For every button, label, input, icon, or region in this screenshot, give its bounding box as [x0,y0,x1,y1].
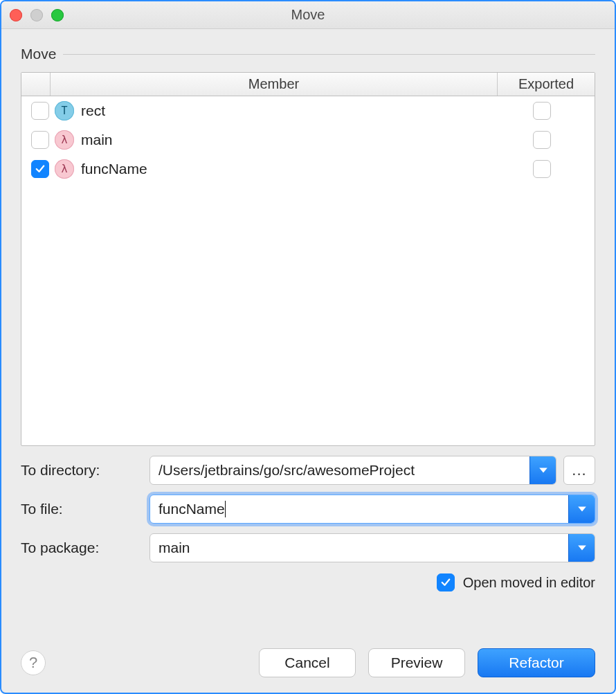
window-title: Move [1,7,615,23]
to-package-row: To package: [21,533,595,562]
chevron-down-icon[interactable] [568,495,595,523]
to-directory-label: To directory: [21,462,143,479]
minimize-icon[interactable] [30,9,43,21]
row-checkbox[interactable] [31,102,49,120]
row-checkbox[interactable] [31,131,49,149]
col-checkbox [21,73,51,96]
to-package-label: To package: [21,540,143,556]
member-name: main [81,132,113,148]
to-file-input[interactable]: funcName [158,501,225,517]
to-directory-input[interactable] [150,456,529,484]
cancel-button[interactable]: Cancel [259,648,356,677]
exported-checkbox[interactable] [533,102,551,120]
table-header: Member Exported [21,73,595,96]
table-body[interactable]: T rect λ [21,96,595,445]
table-row[interactable]: T rect [21,96,595,125]
member-name: funcName [81,161,147,177]
titlebar: Move [1,1,615,29]
help-button[interactable]: ? [21,650,46,675]
to-package-combo[interactable] [150,533,595,562]
exported-checkbox[interactable] [533,160,551,178]
col-member: Member [51,73,498,96]
table-row[interactable]: λ main [21,125,595,154]
to-directory-combo[interactable] [150,456,556,485]
type-icon: T [55,101,74,121]
dialog-footer: ? Cancel Preview Refactor [21,633,595,677]
function-icon: λ [55,159,74,179]
function-icon: λ [55,130,74,150]
open-in-editor-label: Open moved in editor [463,575,595,591]
zoom-icon[interactable] [51,9,64,21]
close-icon[interactable] [10,9,22,21]
table-row[interactable]: λ funcName [21,154,595,184]
text-caret [225,501,226,517]
move-dialog: Move Move Member Exported [0,0,616,694]
to-directory-row: To directory: ... [21,456,595,485]
preview-button[interactable]: Preview [368,648,465,677]
to-file-combo[interactable]: funcName [150,495,595,524]
to-package-input[interactable] [150,534,568,562]
dialog-content: Move Member Exported T rect [1,29,615,693]
row-checkbox[interactable] [31,160,49,178]
browse-button[interactable]: ... [563,456,595,485]
section-label: Move [21,46,56,62]
exported-checkbox[interactable] [533,131,551,149]
member-name: rect [81,103,105,119]
window-controls [10,9,64,21]
chevron-down-icon[interactable] [529,456,556,484]
members-table: Member Exported T rect [21,72,595,446]
divider [63,54,595,55]
section-heading: Move [21,46,595,62]
chevron-down-icon[interactable] [568,534,595,562]
to-file-row: To file: funcName [21,495,595,524]
open-in-editor-checkbox[interactable] [437,573,455,591]
refactor-button[interactable]: Refactor [478,648,595,677]
open-in-editor-row: Open moved in editor [21,573,595,591]
col-exported: Exported [498,73,595,96]
to-file-label: To file: [21,501,143,517]
